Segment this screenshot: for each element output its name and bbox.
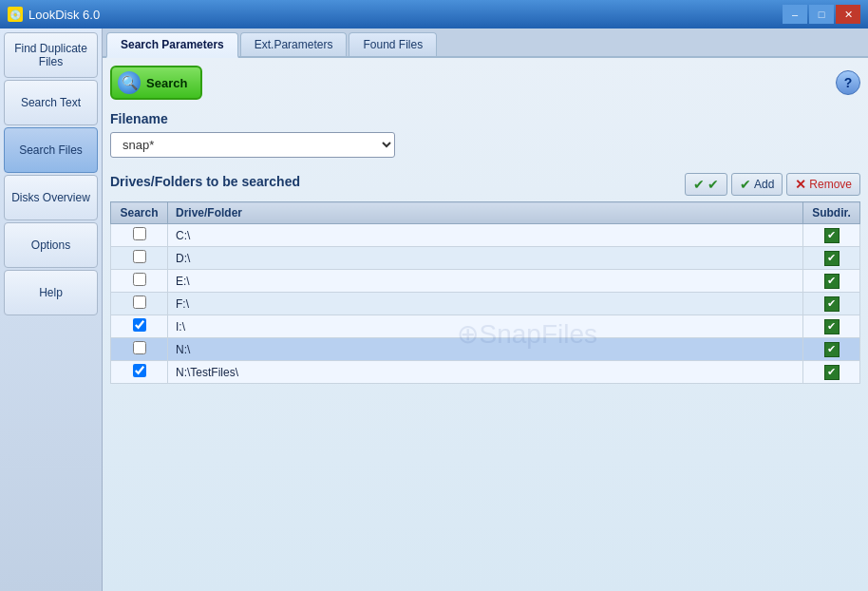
subdir-cell: ✔: [803, 338, 860, 361]
subdir-check-icon[interactable]: ✔: [824, 228, 840, 243]
window-title: LookDisk 6.0: [28, 8, 100, 22]
search-checkbox[interactable]: [133, 341, 146, 354]
sidebar-item-options[interactable]: Options: [4, 222, 98, 268]
search-button[interactable]: 🔍 Search: [110, 66, 202, 100]
drives-table: Search Drive/Folder Subdir. C:\✔D:\✔E:\✔…: [110, 201, 860, 384]
path-cell: I:\: [168, 315, 803, 338]
search-cell: [111, 361, 168, 384]
table-row: C:\✔: [111, 224, 860, 247]
toolbar: 🔍 Search ?: [110, 66, 860, 100]
close-button[interactable]: ✕: [836, 5, 860, 24]
search-cell: [111, 293, 168, 315]
filename-select[interactable]: snap* * *.txt *.doc: [110, 132, 395, 158]
minimize-button[interactable]: –: [783, 5, 807, 24]
col-search: Search: [111, 202, 168, 224]
tab-search-parameters[interactable]: Search Parameters: [106, 32, 238, 58]
sidebar-item-search-files[interactable]: Search Files: [4, 127, 98, 173]
maximize-button[interactable]: □: [809, 5, 834, 24]
search-cell: [111, 315, 168, 338]
add-button[interactable]: ✔ Add: [731, 173, 783, 196]
col-subdir: Subdir.: [803, 202, 860, 224]
search-checkbox[interactable]: [133, 364, 146, 377]
subdir-cell: ✔: [803, 361, 860, 384]
drives-title: Drives/Folders to be searched: [110, 174, 300, 189]
search-cell: [111, 224, 168, 247]
sidebar-item-help[interactable]: Help: [4, 270, 98, 315]
subdir-cell: ✔: [803, 270, 860, 293]
path-cell: F:\: [168, 293, 803, 315]
search-checkbox[interactable]: [133, 227, 146, 240]
search-checkbox[interactable]: [133, 296, 146, 309]
table-header-row: Search Drive/Folder Subdir.: [111, 202, 860, 224]
subdir-check-icon[interactable]: ✔: [824, 296, 840, 312]
table-row: N:\TestFiles\✔: [111, 361, 860, 384]
subdir-check-icon[interactable]: ✔: [824, 274, 840, 289]
search-cell: [111, 270, 168, 293]
table-row: F:\✔: [111, 293, 860, 315]
search-button-icon: 🔍: [118, 71, 141, 94]
remove-x-icon: ✕: [795, 177, 806, 192]
path-cell: C:\: [168, 224, 803, 247]
app-icon: 💿: [8, 7, 23, 22]
table-row: D:\✔: [111, 247, 860, 270]
filename-title: Filename: [110, 111, 860, 126]
tab-ext-parameters[interactable]: Ext.Parameters: [240, 32, 348, 56]
table-row: I:\✔: [111, 315, 860, 338]
help-button[interactable]: ?: [836, 70, 860, 95]
table-row: N:\✔: [111, 338, 860, 361]
main-layout: Find Duplicate Files Search Text Search …: [0, 29, 868, 591]
subdir-cell: ✔: [803, 315, 860, 338]
search-cell: [111, 247, 168, 270]
subdir-check-icon[interactable]: ✔: [824, 365, 840, 380]
search-checkbox[interactable]: [133, 318, 146, 332]
remove-button[interactable]: ✕ Remove: [786, 173, 860, 196]
sidebar-item-search-text[interactable]: Search Text: [4, 80, 98, 125]
title-controls: – □ ✕: [783, 5, 860, 24]
subdir-check-icon[interactable]: ✔: [824, 342, 840, 357]
path-cell: E:\: [168, 270, 803, 293]
path-cell: D:\: [168, 247, 803, 270]
search-checkbox[interactable]: [133, 250, 146, 263]
subdir-check-icon[interactable]: ✔: [824, 319, 840, 334]
title-bar-left: 💿 LookDisk 6.0: [8, 7, 100, 22]
subdir-cell: ✔: [803, 293, 860, 315]
check-all-icon: ✔: [693, 177, 705, 192]
subdir-cell: ✔: [803, 247, 860, 270]
sidebar: Find Duplicate Files Search Text Search …: [0, 29, 103, 591]
subdir-check-icon[interactable]: ✔: [824, 251, 840, 266]
drives-actions: ✔ ✔ ✔ Add ✕ Remove: [685, 173, 860, 196]
col-drive-folder: Drive/Folder: [168, 202, 803, 224]
add-check-icon: ✔: [740, 177, 751, 192]
tab-bar: Search Parameters Ext.Parameters Found F…: [103, 29, 868, 58]
drives-table-body: C:\✔D:\✔E:\✔F:\✔I:\✔N:\✔N:\TestFiles\✔: [111, 224, 860, 384]
content-area: Search Parameters Ext.Parameters Found F…: [103, 29, 868, 591]
drives-section: Drives/Folders to be searched ✔ ✔ ✔ Add …: [110, 173, 860, 583]
search-cell: [111, 338, 168, 361]
path-cell: N:\: [168, 338, 803, 361]
tab-found-files[interactable]: Found Files: [349, 32, 437, 56]
search-checkbox[interactable]: [133, 273, 146, 286]
check-all-button[interactable]: ✔ ✔: [685, 173, 727, 196]
sidebar-item-disks-overview[interactable]: Disks Overview: [4, 175, 98, 220]
tab-content: ⊕SnapFiles 🔍 Search ? Filename snap* * *…: [103, 58, 868, 591]
drives-header: Drives/Folders to be searched ✔ ✔ ✔ Add …: [110, 173, 860, 196]
table-row: E:\✔: [111, 270, 860, 293]
title-bar: 💿 LookDisk 6.0 – □ ✕: [0, 0, 868, 29]
path-cell: N:\TestFiles\: [168, 361, 803, 384]
subdir-cell: ✔: [803, 224, 860, 247]
sidebar-item-find-duplicate[interactable]: Find Duplicate Files: [4, 32, 98, 78]
check-all-icon-2: ✔: [708, 177, 719, 192]
filename-section: Filename snap* * *.txt *.doc: [110, 111, 860, 158]
